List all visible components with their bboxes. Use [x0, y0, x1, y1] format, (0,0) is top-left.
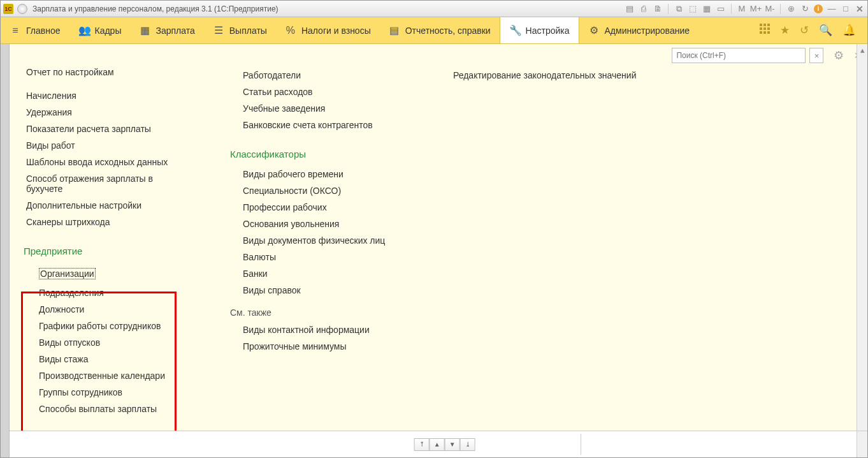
- refresh-icon[interactable]: ↻: [800, 4, 810, 14]
- session-dropdown-icon[interactable]: [17, 4, 27, 14]
- link-production-calendars[interactable]: Производственные календари: [26, 367, 192, 384]
- link-reference-types[interactable]: Виды справок: [243, 282, 402, 299]
- search-input[interactable]: [672, 48, 806, 63]
- column-3: Редактирование законодательных значений: [453, 67, 657, 417]
- bottom-scrollbar[interactable]: [857, 431, 867, 457]
- search-clear-button[interactable]: ×: [809, 48, 823, 63]
- link-edit-legislative-values[interactable]: Редактирование законодательных значений: [453, 67, 657, 84]
- window-title: Зарплата и управление персоналом, редакц…: [33, 4, 278, 13]
- nav-taxes[interactable]: % Налоги и взносы: [276, 17, 380, 43]
- nav-salary[interactable]: ▦ Зарплата: [130, 17, 203, 43]
- nav-admin-label: Администрирование: [605, 26, 690, 36]
- calc-icon[interactable]: ▦: [702, 4, 712, 14]
- scroll-top-button[interactable]: ⤒: [414, 438, 430, 451]
- minimize-icon[interactable]: —: [827, 4, 837, 14]
- history-icon[interactable]: ↺: [800, 24, 809, 37]
- nav-payments[interactable]: ☰ Выплаты: [204, 17, 276, 43]
- link-work-schedules[interactable]: Графики работы сотрудников: [26, 318, 192, 334]
- nav-settings[interactable]: 🔧 Настройка: [500, 17, 579, 43]
- nav-hr-label: Кадры: [95, 26, 122, 36]
- report-heading[interactable]: Отчет по настройкам: [26, 67, 192, 77]
- m-plus-icon[interactable]: M+: [751, 4, 761, 14]
- wrench-icon: 🔧: [509, 24, 521, 36]
- people-icon: 👥: [78, 24, 90, 36]
- link-banks[interactable]: Банки: [243, 265, 402, 282]
- link-expense-items[interactable]: Статьи расходов: [243, 84, 402, 100]
- link-accounting-method[interactable]: Способ отражения зарплаты в бухучете: [26, 170, 192, 197]
- nav-reports[interactable]: ▤ Отчетность, справки: [380, 17, 500, 43]
- link-templates[interactable]: Шаблоны ввода исходных данных: [26, 154, 192, 170]
- scroll-up-button[interactable]: ▲: [430, 438, 445, 451]
- link-employers[interactable]: Работодатели: [243, 67, 402, 84]
- diagram-icon[interactable]: ⬚: [688, 4, 698, 14]
- nav-reports-label: Отчетность, справки: [405, 26, 491, 36]
- link-specialties[interactable]: Специальности (ОКСО): [243, 182, 402, 199]
- link-accruals[interactable]: Начисления: [26, 87, 192, 104]
- link-departments[interactable]: Подразделения: [26, 284, 192, 301]
- link-deductions[interactable]: Удержания: [26, 104, 192, 121]
- left-gutter: [1, 44, 10, 457]
- link-vacation-types[interactable]: Виды отпусков: [26, 334, 192, 351]
- search-icon[interactable]: 🔍: [819, 24, 832, 37]
- close-window-icon[interactable]: ✕: [855, 4, 865, 14]
- bell-icon[interactable]: 🔔: [843, 24, 856, 37]
- nav-taxes-label: Налоги и взносы: [301, 26, 371, 36]
- nav-hr[interactable]: 👥 Кадры: [69, 17, 131, 43]
- classifiers-heading: Классификаторы: [230, 149, 402, 159]
- link-barcode-scanners[interactable]: Сканеры штрихкода: [26, 214, 192, 230]
- percent-icon: %: [285, 25, 296, 36]
- copy-icon[interactable]: ⧉: [674, 4, 684, 14]
- titlebar-icons: ▤ ⎙ 🗎 ⧉ ⬚ ▦ ▭ M M+ M- ⊕ ↻ i — □ ✕: [625, 4, 865, 14]
- link-salary-payment-methods[interactable]: Способы выплаты зарплаты: [26, 401, 192, 417]
- maximize-icon[interactable]: □: [841, 4, 851, 14]
- title-bar: 1C Зарплата и управление персоналом, ред…: [1, 1, 867, 17]
- content-wrap: × ⚙ × Отчет по настройкам Начисления Уде…: [10, 44, 867, 457]
- bottom-nav-buttons: ⤒ ▲ ▼ ⤓: [414, 438, 475, 451]
- star-icon[interactable]: ★: [780, 24, 790, 37]
- report-icon: ▤: [389, 24, 400, 36]
- info-icon[interactable]: i: [814, 4, 823, 13]
- column-2: Работодатели Статьи расходов Учебные зав…: [243, 67, 402, 417]
- link-document-types[interactable]: Виды документов физических лиц: [243, 232, 402, 249]
- link-worktime-types[interactable]: Виды рабочего времени: [243, 166, 402, 182]
- link-contact-info-types[interactable]: Виды контактной информации: [243, 321, 402, 338]
- nav-admin[interactable]: ⚙ Администрирование: [579, 17, 699, 43]
- calendar-icon[interactable]: ▭: [716, 4, 726, 14]
- navbar-right-icons: ★ ↺ 🔍 🔔: [760, 24, 867, 37]
- link-worker-professions[interactable]: Профессии рабочих: [243, 199, 402, 216]
- print-preview-icon[interactable]: ▤: [625, 4, 635, 14]
- m-icon[interactable]: M: [737, 4, 747, 14]
- link-currencies[interactable]: Валюты: [243, 249, 402, 265]
- scroll-down-button[interactable]: ▼: [445, 438, 460, 451]
- m-minus-icon[interactable]: M-: [765, 4, 775, 14]
- app-logo-icon: 1C: [3, 4, 13, 14]
- link-schools[interactable]: Учебные заведения: [243, 100, 402, 117]
- menu-icon: ≡: [10, 25, 21, 36]
- vertical-scrollbar[interactable]: ▴: [857, 44, 867, 431]
- calculator-icon: ▦: [139, 24, 150, 36]
- wallet-icon: ☰: [213, 24, 224, 36]
- link-organizations[interactable]: Организации: [39, 268, 96, 279]
- nav-main[interactable]: ≡ Главное: [1, 17, 69, 43]
- print-icon[interactable]: ⎙: [639, 4, 649, 14]
- panel-settings-icon[interactable]: ⚙: [834, 48, 844, 63]
- link-work-types[interactable]: Виды работ: [26, 137, 192, 154]
- scroll-up-icon[interactable]: ▴: [858, 45, 866, 54]
- link-dismissal-grounds[interactable]: Основания увольнения: [243, 216, 402, 232]
- link-employee-groups[interactable]: Группы сотрудников: [26, 384, 192, 401]
- nav-main-label: Главное: [26, 26, 61, 36]
- link-positions[interactable]: Должности: [26, 301, 192, 318]
- gear-icon: ⚙: [588, 24, 600, 36]
- link-living-wages[interactable]: Прожиточные минимумы: [243, 338, 402, 355]
- document-icon[interactable]: 🗎: [653, 4, 663, 14]
- link-bank-accounts[interactable]: Банковские счета контрагентов: [243, 117, 402, 133]
- main-navbar: ≡ Главное 👥 Кадры ▦ Зарплата ☰ Выплаты %…: [1, 17, 867, 44]
- column-1: Отчет по настройкам Начисления Удержания…: [26, 67, 192, 417]
- link-additional-settings[interactable]: Дополнительные настройки: [26, 197, 192, 214]
- plus-circle-icon[interactable]: ⊕: [786, 4, 796, 14]
- scroll-bottom-button[interactable]: ⤓: [460, 438, 475, 451]
- link-seniority-types[interactable]: Виды стажа: [26, 351, 192, 367]
- bottom-separator: [581, 434, 581, 455]
- link-indicators[interactable]: Показатели расчета зарплаты: [26, 121, 192, 137]
- apps-grid-icon[interactable]: [760, 24, 770, 37]
